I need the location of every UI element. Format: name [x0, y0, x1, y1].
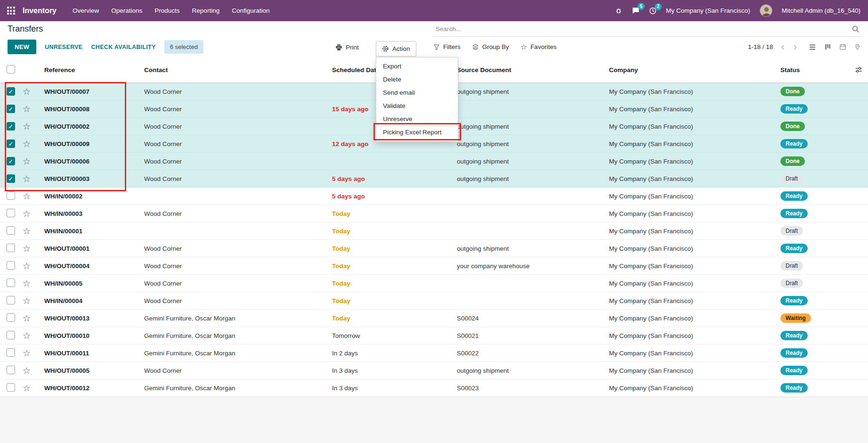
- topbar-right: 5 2 My Company (San Francisco) Mitchell …: [615, 4, 860, 17]
- favorite-star-icon[interactable]: [23, 316, 31, 323]
- table-row[interactable]: WH/IN/00002 5 days ago My Company (San F…: [0, 188, 868, 205]
- search-icon[interactable]: [851, 25, 860, 33]
- kanban-view-button[interactable]: [824, 43, 831, 50]
- row-checkbox[interactable]: [7, 261, 15, 270]
- row-checkbox[interactable]: [7, 139, 15, 148]
- column-header-company[interactable]: Company: [605, 66, 777, 74]
- favorite-star-icon[interactable]: [23, 281, 31, 288]
- favorite-star-icon[interactable]: [23, 194, 31, 201]
- print-button[interactable]: Print: [335, 40, 359, 54]
- row-checkbox[interactable]: [7, 313, 15, 322]
- messages-button[interactable]: 5: [632, 7, 640, 15]
- action-menu-item-validate[interactable]: Validate: [376, 99, 458, 113]
- row-checkbox[interactable]: [7, 296, 15, 304]
- topbar-menu: OverviewOperationsProductsReportingConfi…: [67, 4, 275, 17]
- row-checkbox[interactable]: [7, 366, 15, 374]
- app-name[interactable]: Inventory: [23, 7, 57, 15]
- favorite-star-icon[interactable]: [23, 229, 31, 236]
- table-row[interactable]: WH/OUT/00012 Gemini Furniture, Oscar Mor…: [0, 379, 868, 397]
- menu-products[interactable]: Products: [149, 4, 185, 17]
- status-badge: Ready: [780, 296, 808, 305]
- column-header-reference[interactable]: Reference: [41, 66, 140, 74]
- table-row[interactable]: WH/OUT/00005 Wood Corner In 3 days outgo…: [0, 362, 868, 379]
- table-row[interactable]: WH/OUT/00004 Wood Corner Today your comp…: [0, 257, 868, 275]
- table-row[interactable]: WH/OUT/00010 Gemini Furniture, Oscar Mor…: [0, 327, 868, 345]
- menu-overview[interactable]: Overview: [67, 4, 105, 17]
- favorite-star-icon[interactable]: [23, 107, 31, 114]
- search-input[interactable]: [433, 25, 851, 33]
- row-checkbox[interactable]: [7, 209, 15, 217]
- favorite-star-icon[interactable]: [23, 141, 31, 148]
- row-checkbox[interactable]: [7, 191, 15, 200]
- row-checkbox[interactable]: [7, 348, 15, 357]
- gear-icon: [382, 45, 389, 52]
- action-menu-item-delete[interactable]: Delete: [376, 73, 458, 86]
- favorite-star-icon[interactable]: [23, 368, 31, 375]
- row-checkbox[interactable]: [7, 383, 15, 392]
- row-checkbox[interactable]: [7, 331, 15, 339]
- table-row[interactable]: WH/IN/00003 Wood Corner Today My Company…: [0, 205, 868, 222]
- column-header-source-document[interactable]: Source Document: [453, 66, 605, 74]
- action-button[interactable]: Action: [376, 41, 416, 57]
- action-menu-item-export[interactable]: Export: [376, 60, 458, 73]
- row-checkbox[interactable]: [7, 105, 15, 113]
- row-checkbox[interactable]: [7, 226, 15, 235]
- table-row[interactable]: WH/IN/00005 Wood Corner Today My Company…: [0, 275, 868, 292]
- column-header-contact[interactable]: Contact: [140, 66, 328, 74]
- table-row[interactable]: WH/OUT/00001 Wood Corner Today outgoing …: [0, 240, 868, 257]
- row-scheduled-date: In 3 days: [328, 385, 453, 392]
- row-checkbox[interactable]: [7, 174, 15, 183]
- pager-next-button[interactable]: [793, 42, 798, 52]
- action-menu-item-picking-excel-report[interactable]: Picking Excel Report: [376, 126, 458, 139]
- filters-button[interactable]: Filters: [433, 43, 461, 50]
- table-row[interactable]: WH/OUT/00011 Gemini Furniture, Oscar Mor…: [0, 345, 868, 362]
- check-availability-button[interactable]: CHECK AVAILABILITY: [91, 44, 156, 50]
- table-row[interactable]: WH/OUT/00006 Wood Corner outgoing shipme…: [0, 153, 868, 170]
- row-checkbox[interactable]: [7, 279, 15, 287]
- action-menu-item-send-email[interactable]: Send email: [376, 86, 458, 99]
- favorite-star-icon[interactable]: [23, 159, 31, 166]
- column-header-status[interactable]: Status: [777, 66, 868, 74]
- action-menu-item-unreserve[interactable]: Unreserve: [376, 113, 458, 126]
- menu-operations[interactable]: Operations: [105, 4, 148, 17]
- user-menu[interactable]: Mitchell Admin (db_16_540): [782, 7, 860, 14]
- row-source-document: outgoing shipment: [453, 175, 605, 182]
- table-row[interactable]: WH/OUT/00013 Gemini Furniture, Oscar Mor…: [0, 310, 868, 327]
- user-avatar[interactable]: [760, 4, 772, 17]
- table-row[interactable]: WH/IN/00004 Wood Corner Today My Company…: [0, 292, 868, 310]
- favorite-star-icon[interactable]: [23, 298, 31, 305]
- row-checkbox[interactable]: [7, 244, 15, 252]
- favorite-star-icon[interactable]: [23, 211, 31, 218]
- calendar-view-button[interactable]: [839, 43, 846, 50]
- favorite-star-icon[interactable]: [23, 333, 31, 340]
- row-checkbox[interactable]: [7, 87, 15, 96]
- unreserve-button[interactable]: UNRESERVE: [45, 44, 82, 50]
- favorite-star-icon[interactable]: [23, 351, 31, 358]
- debug-bug-icon[interactable]: [615, 7, 622, 14]
- activities-button[interactable]: 2: [649, 7, 657, 15]
- select-all-checkbox[interactable]: [7, 65, 15, 74]
- favorite-star-icon[interactable]: [23, 386, 31, 393]
- row-checkbox[interactable]: [7, 122, 15, 131]
- favorite-star-icon[interactable]: [23, 263, 31, 271]
- apps-menu-button[interactable]: [0, 0, 22, 21]
- company-switcher[interactable]: My Company (San Francisco): [666, 7, 750, 14]
- page-title: Transfers: [8, 24, 43, 34]
- favorite-star-icon[interactable]: [23, 246, 31, 253]
- menu-reporting[interactable]: Reporting: [187, 4, 226, 17]
- table-row[interactable]: WH/OUT/00003 Wood Corner 5 days ago outg…: [0, 170, 868, 188]
- pager-previous-button[interactable]: [780, 42, 785, 52]
- favorites-button[interactable]: Favorites: [520, 43, 557, 51]
- map-view-button[interactable]: [854, 43, 860, 50]
- list-view-button[interactable]: [809, 43, 816, 51]
- favorite-star-icon[interactable]: [23, 124, 31, 131]
- menu-configuration[interactable]: Configuration: [226, 4, 275, 17]
- favorite-star-icon[interactable]: [23, 89, 31, 96]
- new-button[interactable]: NEW: [8, 40, 36, 54]
- row-checkbox[interactable]: [7, 157, 15, 165]
- optional-columns-icon[interactable]: [855, 66, 862, 74]
- favorite-star-icon[interactable]: [23, 176, 31, 183]
- table-row[interactable]: WH/IN/00001 Today My Company (San Franci…: [0, 222, 868, 240]
- group-by-button[interactable]: Group By: [472, 43, 509, 50]
- search-options: Filters Group By Favorites: [433, 37, 557, 57]
